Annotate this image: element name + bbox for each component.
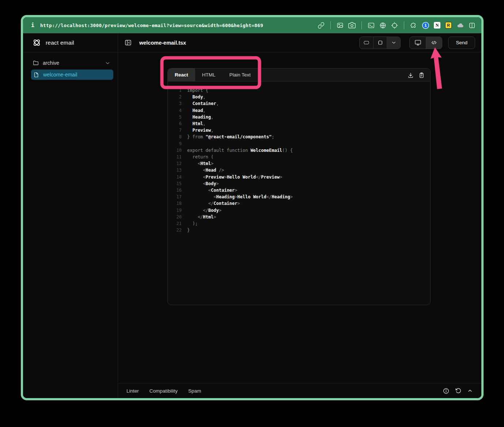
footer-tab-spam[interactable]: Spam xyxy=(188,388,201,394)
page-info-icon[interactable]: i xyxy=(31,22,34,29)
globe-icon[interactable] xyxy=(379,22,386,29)
main-panel: welcome-email.tsx xyxy=(118,33,481,398)
main-header: welcome-email.tsx xyxy=(118,33,481,52)
browser-window: i http://localhost:3000/preview/welcome-… xyxy=(21,15,484,400)
source-view-button[interactable] xyxy=(426,37,442,49)
code-line: 15 <Body> xyxy=(172,180,430,187)
viewport-height-icon[interactable] xyxy=(360,37,373,49)
browser-url-bar: i http://localhost:3000/preview/welcome-… xyxy=(23,17,481,33)
puzzle-icon[interactable] xyxy=(410,22,417,29)
code-line: 4 Head, xyxy=(172,107,430,114)
url-text[interactable]: http://localhost:3000/preview/welcome-em… xyxy=(40,23,263,28)
desktop-view-button[interactable] xyxy=(410,37,426,49)
download-icon[interactable] xyxy=(408,72,414,78)
sidebar-tree: archive welcome-email xyxy=(23,52,118,80)
sidebar-folder-archive[interactable]: archive xyxy=(31,58,113,68)
code-line: 12 <Html> xyxy=(172,160,430,167)
footer-tab-compatibility[interactable]: Compatibility xyxy=(149,388,178,394)
code-line: 5 Heading, xyxy=(172,114,430,120)
code-line: 7 Preview, xyxy=(172,127,430,134)
footer-tab-linter[interactable]: Linter xyxy=(126,388,139,394)
chevron-down-icon[interactable] xyxy=(105,60,110,66)
tab-html[interactable]: HTML xyxy=(195,68,223,81)
file-icon xyxy=(33,72,39,78)
tab-react[interactable]: React xyxy=(168,68,195,81)
status-footer: LinterCompatibilitySpam xyxy=(118,383,481,398)
crosshair-icon[interactable] xyxy=(391,22,398,29)
code-line: 21 ); xyxy=(172,220,430,227)
viewport-size-controls xyxy=(359,37,401,49)
code-line: 16 <Container> xyxy=(172,187,430,194)
tab-plain-text[interactable]: Plain Text xyxy=(223,68,258,81)
code-line: 6 Html, xyxy=(172,120,430,127)
email-title: welcome-email.tsx xyxy=(139,40,186,46)
code-line: 17 <Heading>Hello World</Heading> xyxy=(172,194,430,200)
photo-icon[interactable] xyxy=(337,22,344,29)
code-line: 1import { xyxy=(172,87,430,94)
sidebar-item-welcome-email[interactable]: welcome-email xyxy=(31,70,113,80)
footer-tabs: LinterCompatibilitySpam xyxy=(126,388,212,394)
react-email-logo-icon xyxy=(32,38,41,47)
sidebar-header: react email xyxy=(23,33,118,52)
code-line: 22} xyxy=(172,227,430,233)
split-view-icon[interactable] xyxy=(469,22,475,29)
refresh-icon[interactable] xyxy=(455,387,462,394)
camera-icon[interactable] xyxy=(348,22,356,29)
code-line: 9 xyxy=(172,141,430,147)
cloud-icon[interactable] xyxy=(456,22,464,29)
code-line: 2 Body, xyxy=(172,94,430,100)
clipboard-icon[interactable] xyxy=(418,72,425,78)
main-content: ReactHTMLPlain Text 1import {2 Body,3 Co… xyxy=(118,52,481,383)
code-line: 14 <Preview>Hello World</Preview> xyxy=(172,174,430,180)
code-actions xyxy=(408,72,430,78)
notion-icon[interactable]: N xyxy=(434,22,440,29)
folder-label: archive xyxy=(43,60,59,66)
code-line: 13 <Head /> xyxy=(172,167,430,173)
send-button[interactable]: Send xyxy=(448,37,475,49)
source-code-panel: ReactHTMLPlain Text 1import {2 Body,3 Co… xyxy=(167,68,431,305)
size-dropdown-button[interactable] xyxy=(387,37,400,49)
code-line: 8} from "@react-email/components"; xyxy=(172,134,430,140)
sidebar-item-label: welcome-email xyxy=(43,72,77,78)
view-toggle xyxy=(409,37,442,49)
code-icon xyxy=(431,39,437,46)
code-line: 18 </Container> xyxy=(172,200,430,207)
brand-name: react email xyxy=(46,40,74,46)
react-email-app: react email archive welcome-email xyxy=(23,33,481,398)
monitor-icon xyxy=(414,39,421,46)
link-icon[interactable] xyxy=(318,22,325,29)
code-area[interactable]: 1import {2 Body,3 Container,4 Head,5 Hea… xyxy=(168,82,430,305)
onepassword-icon[interactable]: 1 xyxy=(422,22,429,29)
code-line: 3 Container, xyxy=(172,100,430,107)
terminal-icon[interactable] xyxy=(368,22,375,29)
code-line: 19 </Body> xyxy=(172,207,430,214)
sidebar-collapse-icon[interactable] xyxy=(124,39,132,46)
code-line: 20 </Html> xyxy=(172,214,430,220)
sidebar-items: welcome-email xyxy=(31,70,113,80)
code-tabs: ReactHTMLPlain Text xyxy=(168,68,430,82)
viewport-size-icon[interactable] xyxy=(373,37,387,49)
refined-github-icon[interactable]: R xyxy=(445,22,452,29)
footer-icons xyxy=(443,387,473,394)
chevron-up-icon[interactable] xyxy=(467,388,473,394)
folder-icon xyxy=(33,60,39,66)
code-line: 11 return ( xyxy=(172,154,430,160)
info-icon[interactable] xyxy=(443,387,450,394)
code-line: 10export default function WelcomeEmail()… xyxy=(172,147,430,154)
browser-toolbar: 1 N R xyxy=(318,21,475,29)
sidebar: react email archive welcome-email xyxy=(23,33,118,398)
